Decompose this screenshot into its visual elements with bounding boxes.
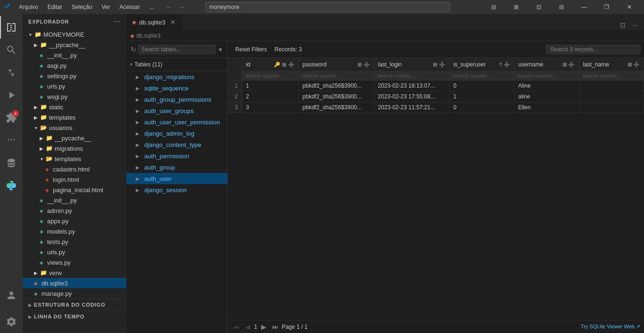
menu-arquivo[interactable]: Arquivo bbox=[15, 3, 42, 11]
tree-urls-usuarios[interactable]: ◈ urls.py bbox=[23, 247, 126, 257]
activity-accounts[interactable] bbox=[0, 284, 23, 307]
project-root[interactable]: ▾ 📁 MONEYMORE bbox=[23, 29, 126, 40]
minimize-button[interactable]: — bbox=[573, 0, 595, 14]
layout-button[interactable]: ⊟ bbox=[483, 0, 504, 14]
table-item-django-content-type[interactable]: ▶ django_content_type bbox=[126, 139, 227, 150]
tab-split-button[interactable]: ⊡ bbox=[618, 20, 628, 30]
table-row[interactable]: 2 2 pbkdf2_sha256$3900... 2023-02-23 17:… bbox=[228, 91, 644, 102]
tree-db[interactable]: ◈ db.sqlite3 bbox=[23, 278, 126, 288]
table-item-sqlite-sequence[interactable]: ▶ sqlite_sequence bbox=[126, 82, 227, 94]
activity-python[interactable] bbox=[0, 174, 23, 197]
tree-templates-usuarios[interactable]: ▾ 📂 templates bbox=[23, 154, 126, 164]
tree-asgi[interactable]: ◈ asgi.py bbox=[23, 60, 126, 71]
table-item-django-migrations[interactable]: ▶ django_migrations bbox=[126, 71, 227, 82]
tree-templates-root[interactable]: ▶ 📁 templates bbox=[23, 112, 126, 122]
layout3-button[interactable]: ⊡ bbox=[528, 0, 550, 14]
table-item-django-session[interactable]: ▶ django_session bbox=[126, 184, 227, 195]
table-item-auth-group[interactable]: ▶ auth_group bbox=[126, 162, 227, 173]
tree-init-root[interactable]: ◈ __init__.py bbox=[23, 50, 126, 60]
tables-collapse-button[interactable]: ▾ bbox=[217, 44, 223, 55]
table-item-auth-user[interactable]: ▶ auth_user bbox=[126, 173, 227, 184]
tree-admin[interactable]: ◈ admin.py bbox=[23, 205, 126, 216]
tree-pycache-root[interactable]: ▶ 📁 __pycache__ bbox=[23, 40, 126, 50]
menu-ver[interactable]: Ver bbox=[98, 3, 114, 11]
table-item-auth-permission[interactable]: ▶ auth_permission bbox=[126, 150, 227, 162]
th-last-login-search[interactable] bbox=[374, 71, 449, 80]
activity-search[interactable] bbox=[0, 39, 23, 61]
tree-settings[interactable]: ◈ settings.py bbox=[23, 71, 126, 81]
menu-editar[interactable]: Editar bbox=[44, 3, 66, 11]
tab-more-button[interactable]: ··· bbox=[630, 20, 640, 30]
activity-test[interactable] bbox=[0, 129, 23, 152]
menu-acessar[interactable]: Acessar bbox=[116, 3, 143, 11]
page-next-button[interactable]: ▶ bbox=[259, 322, 269, 332]
refresh-button[interactable]: ↻ bbox=[130, 44, 136, 55]
table-wrapper[interactable]: id 🔑 ⊞ ➕ bbox=[228, 58, 644, 320]
tree-venv[interactable]: ▶ 📁 venv bbox=[23, 268, 126, 278]
tree-login[interactable]: ◈ login.html bbox=[23, 174, 126, 185]
table-item-auth-user-groups[interactable]: ▶ auth_user_groups bbox=[126, 105, 227, 116]
tree-urls-root[interactable]: ◈ urls.py bbox=[23, 81, 126, 91]
reset-filters-button[interactable]: Reset Filters bbox=[231, 45, 271, 54]
tables-header[interactable]: ▾ Tables (11) bbox=[126, 58, 227, 71]
menu-more[interactable]: ... bbox=[146, 3, 158, 11]
explorer-menu-button[interactable]: ··· bbox=[113, 18, 121, 25]
th-is-superuser[interactable]: is_superuser ? ➕ bbox=[449, 58, 514, 81]
tree-apps[interactable]: ◈ apps.py bbox=[23, 216, 126, 226]
activity-settings[interactable] bbox=[0, 310, 23, 333]
table-item-auth-user-user-permission[interactable]: ▶ auth_user_user_permission bbox=[126, 116, 227, 128]
activity-database[interactable] bbox=[0, 152, 23, 174]
activity-run[interactable] bbox=[0, 84, 23, 106]
tree-views[interactable]: ◈ views.py bbox=[23, 257, 126, 268]
try-sqlite-link[interactable]: Try SQLite Viewer Web ↗ bbox=[581, 324, 640, 330]
close-button[interactable]: ✕ bbox=[619, 0, 640, 14]
menu-selecao[interactable]: Seleção bbox=[68, 3, 96, 11]
layout4-button[interactable]: ⊟ bbox=[551, 0, 572, 14]
th-last-name[interactable]: last_name ⊞ ➕ bbox=[579, 58, 644, 81]
tree-cadastro[interactable]: ◈ cadastro.html bbox=[23, 164, 126, 174]
page-prev-button[interactable]: ◀ bbox=[243, 322, 252, 332]
tree-usuarios[interactable]: ▾ 📂 usuarios bbox=[23, 122, 126, 133]
nav-back-button[interactable]: ← bbox=[164, 2, 175, 12]
estrutura-header[interactable]: ▶ ESTRUTURA DO CÓDIGO bbox=[23, 299, 126, 310]
th-id-search[interactable] bbox=[242, 71, 298, 80]
data-search-input[interactable] bbox=[546, 45, 640, 54]
th-last-login[interactable]: last_login ⊞ ➕ bbox=[374, 58, 449, 81]
tree-usuarios-pycache[interactable]: ▶ 📁 __pycache__ bbox=[23, 133, 126, 143]
th-is-superuser-search[interactable] bbox=[450, 71, 514, 80]
linha-header[interactable]: ▶ LINHA DO TEMPO bbox=[23, 311, 126, 322]
th-username[interactable]: username ⊞ ➕ bbox=[514, 58, 579, 81]
tree-tests[interactable]: ◈ tests.py bbox=[23, 236, 126, 247]
tree-manage[interactable]: ◈ manage.py bbox=[23, 288, 126, 299]
th-password-search[interactable] bbox=[299, 71, 374, 80]
tree-models[interactable]: ◈ models.py bbox=[23, 226, 126, 236]
table-row[interactable]: 1 1 pbkdf2_sha256$3900... 2023-02-23 18:… bbox=[228, 81, 644, 91]
page-first-button[interactable]: ⏮ bbox=[231, 322, 241, 332]
th-password[interactable]: password ⊞ ➕ bbox=[298, 58, 374, 81]
global-search-bar[interactable] bbox=[205, 2, 450, 12]
tab-db[interactable]: ◈ db.sqlite3 ✕ bbox=[126, 14, 183, 30]
global-search-input[interactable] bbox=[209, 4, 446, 10]
activity-source-control[interactable] bbox=[0, 61, 23, 84]
table-row[interactable]: 3 3 pbkdf2_sha256$3900... 2023-02-23 11:… bbox=[228, 102, 644, 113]
th-username-search[interactable] bbox=[514, 71, 578, 80]
table-item-django-admin-log[interactable]: ▶ django_admin_log bbox=[126, 128, 227, 139]
activity-explorer[interactable] bbox=[0, 16, 23, 39]
page-last-button[interactable]: ⏭ bbox=[271, 322, 280, 332]
tree-static[interactable]: ▶ 📁 static bbox=[23, 102, 126, 112]
tree-pagina[interactable]: ◈ pagina_inicial.html bbox=[23, 185, 126, 195]
tree-migrations[interactable]: ▶ 📁 migrations bbox=[23, 143, 126, 154]
tree-wsgi[interactable]: ◈ wsgi.py bbox=[23, 91, 126, 102]
cell-is-superuser-2: 1 bbox=[449, 91, 514, 102]
tab-db-close[interactable]: ✕ bbox=[169, 18, 177, 26]
table-item-auth-group-permissions[interactable]: ▶ auth_group_permissions bbox=[126, 94, 227, 105]
tree-init-usuarios[interactable]: ◈ __init__.py bbox=[23, 195, 126, 205]
maximize-button[interactable]: ❐ bbox=[596, 0, 618, 14]
th-last-name-search[interactable] bbox=[579, 71, 644, 80]
tables-header-label: Tables (11) bbox=[134, 61, 162, 68]
tables-search-input[interactable] bbox=[138, 45, 215, 54]
th-id[interactable]: id 🔑 ⊞ ➕ bbox=[242, 58, 298, 81]
activity-extensions[interactable]: 1 bbox=[0, 106, 23, 129]
nav-forward-button[interactable]: → bbox=[176, 2, 187, 12]
layout2-button[interactable]: ⊞ bbox=[505, 0, 527, 14]
